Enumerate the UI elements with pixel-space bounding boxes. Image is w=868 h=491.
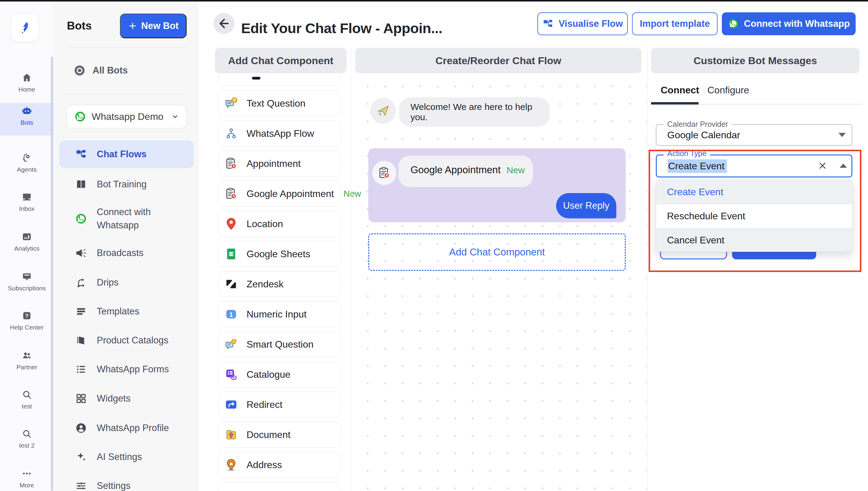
sidebar-item-bot-training[interactable]: Bot Training xyxy=(59,171,194,198)
chat-question-icon: ? xyxy=(224,96,238,110)
component-label: Numeric Input xyxy=(247,309,307,320)
svg-text:?: ? xyxy=(25,313,28,319)
zendesk-icon xyxy=(224,277,238,291)
all-bots-icon xyxy=(73,64,86,77)
component-item-location[interactable]: Location xyxy=(219,211,341,237)
component-label: Text Question xyxy=(247,98,306,109)
botpenguin-logo[interactable] xyxy=(11,13,39,42)
google-appointment-card[interactable]: Google AppointmentNew User Reply xyxy=(368,148,626,222)
rail-item-agents[interactable]: Agents xyxy=(0,150,54,181)
sidebar-item-label: Product Catalogs xyxy=(97,334,187,347)
component-item-google-appointment[interactable]: Google AppointmentNew xyxy=(219,181,341,207)
component-item-google-sheets[interactable]: Google Sheets xyxy=(219,241,341,267)
bot-selector-value: Whatsapp Demo ... xyxy=(92,111,166,122)
component-item-whatsapp-flow[interactable]: WhatsApp Flow xyxy=(219,120,341,146)
new-bot-button[interactable]: New Bot xyxy=(120,13,187,38)
appointment-icon xyxy=(224,187,238,201)
svg-text:1: 1 xyxy=(229,311,233,318)
sidebar-item-whatsapp-profile[interactable]: WhatsApp Profile xyxy=(59,414,194,442)
sidebar-item-label: Bot Training xyxy=(97,178,187,191)
tab-configure[interactable]: Configure xyxy=(707,85,749,96)
add-chat-component-dropzone[interactable]: Add Chat Component xyxy=(368,233,626,271)
plus-icon xyxy=(128,21,137,30)
sidebar-item-settings[interactable]: Settings xyxy=(59,472,194,491)
sidebar-item-broadcasts[interactable]: Broadcasts xyxy=(59,239,194,267)
rail-item-analytics[interactable]: Analytics xyxy=(0,229,54,260)
analytics-icon xyxy=(21,231,32,242)
sidebar-item-label: AI Settings xyxy=(97,450,187,464)
user-reply-button[interactable]: User Reply xyxy=(556,193,616,219)
component-item-text-question[interactable]: ?Text Question xyxy=(219,90,341,116)
document-icon xyxy=(224,428,238,442)
visualise-flow-button[interactable]: Visualise Flow xyxy=(537,12,628,35)
bot-selector[interactable]: Whatsapp Demo ... xyxy=(66,105,187,128)
rail-item-home[interactable]: Home xyxy=(0,70,54,101)
component-item-appointment[interactable]: Appointment xyxy=(219,151,341,176)
component-item-document[interactable]: Document xyxy=(219,422,341,447)
rail-item-label: Help Center xyxy=(0,324,54,331)
sidebar-item-ai-settings[interactable]: AI Settings xyxy=(59,443,194,471)
window-top-edge xyxy=(0,0,868,1)
bot-message-avatar xyxy=(370,98,396,124)
icon-rail: HomeBotsAgentsInboxAnalyticsSubscription… xyxy=(0,1,54,491)
component-item-zendesk[interactable]: Zendesk xyxy=(219,271,341,297)
rail-item-label: Partner xyxy=(0,364,54,371)
rail-scrollbar[interactable] xyxy=(51,57,53,491)
rail-item-test[interactable]: test xyxy=(0,387,54,418)
component-item-redirect[interactable]: Redirect xyxy=(219,392,341,417)
clear-icon[interactable] xyxy=(817,161,828,171)
new-badge: New xyxy=(507,165,525,175)
component-label: Google Sheets xyxy=(247,249,310,260)
address-icon xyxy=(224,458,238,472)
connect-whatsapp-button[interactable]: Connect with Whatsapp xyxy=(722,12,856,35)
caret-down-icon[interactable] xyxy=(838,133,846,137)
caret-up-icon[interactable] xyxy=(840,164,847,168)
drips-icon xyxy=(75,277,87,289)
option-cancel-event[interactable]: Cancel Event xyxy=(656,228,852,252)
sidebar-item-label: Widgets xyxy=(97,392,187,405)
partner-icon xyxy=(21,350,32,361)
home-icon xyxy=(21,72,32,83)
active-tab-underline xyxy=(651,102,699,105)
app-window: HomeBotsAgentsInboxAnalyticsSubscription… xyxy=(0,0,868,491)
smart-icon xyxy=(224,337,238,351)
redirect-icon xyxy=(224,398,238,411)
component-label: Address xyxy=(247,459,282,470)
card-title-bubble: Google AppointmentNew xyxy=(398,156,533,187)
rail-item-partner[interactable]: Partner xyxy=(0,348,54,379)
option-reschedule-event[interactable]: Reschedule Event xyxy=(656,204,852,228)
rail-item-test-2[interactable]: test 2 xyxy=(0,426,54,457)
all-bots-item[interactable]: All Bots xyxy=(73,64,128,77)
sidebar-item-chat-flows[interactable]: Chat Flows xyxy=(59,140,194,168)
rail-item-bots[interactable]: Bots xyxy=(0,103,54,136)
import-template-button[interactable]: Import template xyxy=(632,12,718,35)
component-item-clipped[interactable] xyxy=(219,482,341,491)
component-item-catalogue[interactable]: Catalogue xyxy=(219,362,341,387)
chevron-down-icon xyxy=(171,113,179,120)
sidebar-item-drips[interactable]: Drips xyxy=(59,269,194,296)
rail-item-more[interactable]: More xyxy=(0,466,54,491)
sidebar-item-whatsapp-forms[interactable]: WhatsApp Forms xyxy=(59,355,194,383)
sidebar-item-product-catalogs[interactable]: Product Catalogs xyxy=(59,326,194,354)
rail-item-help-center[interactable]: ?Help Center xyxy=(0,308,54,339)
rail-item-label: More xyxy=(0,482,54,489)
back-button[interactable] xyxy=(214,13,234,34)
rail-item-subscriptions[interactable]: Subscriptions xyxy=(0,269,54,300)
tab-connect[interactable]: Connect xyxy=(661,85,699,96)
option-create-event[interactable]: Create Event xyxy=(656,180,852,204)
new-bot-label: New Bot xyxy=(141,21,179,31)
component-item-numeric-input[interactable]: 1Numeric Input xyxy=(219,301,341,327)
visualise-flow-label: Visualise Flow xyxy=(558,18,623,29)
rail-item-label: test xyxy=(0,403,54,410)
welcome-message-bubble[interactable]: Welcome! We are here to help you. xyxy=(399,97,550,127)
paper-plane-icon xyxy=(376,104,390,118)
sidebar-item-widgets[interactable]: Widgets xyxy=(59,385,194,412)
component-item-address[interactable]: Address xyxy=(219,452,341,478)
sidebar-item-connect-with-whatsapp[interactable]: Connect with Whatsapp xyxy=(59,200,194,237)
rail-item-inbox[interactable]: Inbox xyxy=(0,189,54,221)
sidebar-item-label: Broadcasts xyxy=(97,247,187,260)
component-item-smart-question[interactable]: Smart Question xyxy=(219,331,341,357)
more-icon xyxy=(21,468,32,479)
sidebar-item-templates[interactable]: Templates xyxy=(59,298,194,325)
rail-item-label: Subscriptions xyxy=(0,285,54,292)
